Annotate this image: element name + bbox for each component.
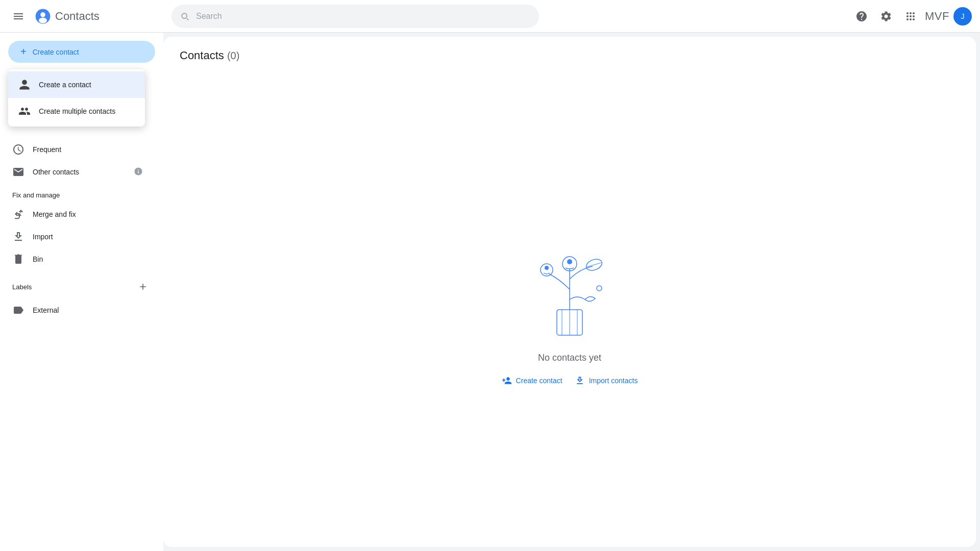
create-a-contact-item[interactable]: Create a contact — [8, 71, 145, 98]
plus-icon: + — [20, 46, 27, 58]
sidebar-item-merge-and-fix[interactable]: Merge and fix — [0, 203, 155, 226]
settings-icon — [880, 10, 892, 22]
contacts-page-title: Contacts (0) — [180, 49, 239, 62]
create-contact-link-label: Create contact — [516, 377, 562, 385]
label-item-external[interactable]: External — [0, 299, 155, 321]
contacts-count: (0) — [227, 50, 239, 61]
create-contact-dropdown: Create a contact Create multiple contact… — [8, 69, 145, 127]
import-icon — [12, 231, 24, 243]
external-label: External — [33, 306, 59, 314]
hamburger-icon — [12, 10, 24, 22]
import-contacts-link[interactable]: Import contacts — [575, 375, 638, 386]
label-icon — [12, 304, 24, 316]
sidebar-item-bin[interactable]: Bin — [0, 248, 155, 270]
other-contacts-icon — [12, 166, 24, 178]
create-contact-label: Create contact — [33, 48, 79, 56]
settings-button[interactable] — [876, 6, 896, 27]
contacts-logo-icon — [35, 8, 51, 24]
create-contact-link[interactable]: Create contact — [502, 375, 562, 386]
brand-text: MVF — [925, 10, 949, 23]
content-area: Contacts (0) — [163, 37, 976, 547]
svg-line-12 — [587, 263, 601, 267]
labels-title: Labels — [12, 283, 32, 291]
create-multiple-contacts-item[interactable]: Create multiple contacts — [8, 98, 145, 124]
merge-and-fix-label: Merge and fix — [33, 210, 76, 218]
merge-icon — [12, 208, 24, 220]
other-contacts-info[interactable] — [134, 167, 143, 178]
empty-state: No contacts yet Create contact Import co… — [180, 79, 960, 535]
search-bar[interactable] — [172, 5, 539, 28]
contacts-title-text: Contacts — [180, 49, 224, 62]
header-right: MVF J — [851, 6, 972, 27]
add-icon — [138, 282, 148, 292]
svg-point-8 — [567, 259, 572, 264]
frequent-label: Frequent — [33, 145, 61, 154]
other-contacts-label: Other contacts — [33, 168, 79, 176]
search-icon — [180, 11, 190, 21]
import-contacts-icon — [575, 375, 585, 386]
import-contacts-link-label: Import contacts — [589, 377, 638, 385]
header-left: Contacts — [8, 6, 172, 27]
bin-label: Bin — [33, 255, 43, 263]
sidebar-item-frequent[interactable]: Frequent — [0, 138, 155, 161]
empty-state-message: No contacts yet — [538, 353, 601, 363]
svg-point-1 — [40, 12, 45, 17]
person-icon — [18, 79, 31, 91]
menu-button[interactable] — [8, 6, 29, 27]
info-icon — [134, 167, 143, 176]
import-label: Import — [33, 233, 53, 241]
apps-button[interactable] — [900, 6, 921, 27]
group-add-icon — [18, 105, 31, 117]
sidebar-item-import[interactable]: Import — [0, 226, 155, 248]
main-content: + Create contact Create a contact Create… — [0, 33, 980, 551]
create-a-contact-label: Create a contact — [39, 81, 91, 89]
apps-icon — [904, 10, 917, 22]
avatar[interactable]: J — [953, 7, 972, 26]
create-contact-button[interactable]: + Create contact — [8, 41, 155, 63]
add-label-button[interactable] — [135, 279, 151, 295]
app-title: Contacts — [55, 10, 100, 23]
help-button[interactable] — [851, 6, 872, 27]
frequent-icon — [12, 143, 24, 156]
search-input[interactable] — [196, 12, 531, 21]
person-add-icon — [502, 375, 512, 386]
labels-header: Labels — [0, 270, 163, 299]
create-multiple-contacts-label: Create multiple contacts — [39, 107, 115, 115]
bin-icon — [12, 253, 24, 265]
plant-illustration — [519, 228, 621, 340]
fix-and-manage-label: Fix and manage — [0, 183, 163, 203]
svg-point-10 — [545, 266, 549, 270]
logo-area: Contacts — [35, 8, 100, 24]
svg-point-2 — [39, 17, 47, 23]
sidebar-item-other-contacts[interactable]: Other contacts — [0, 161, 155, 183]
sidebar: + Create contact Create a contact Create… — [0, 33, 163, 551]
help-icon — [855, 10, 868, 22]
svg-point-13 — [597, 286, 602, 291]
empty-state-actions: Create contact Import contacts — [502, 375, 638, 386]
header: Contacts MVF J — [0, 0, 980, 33]
